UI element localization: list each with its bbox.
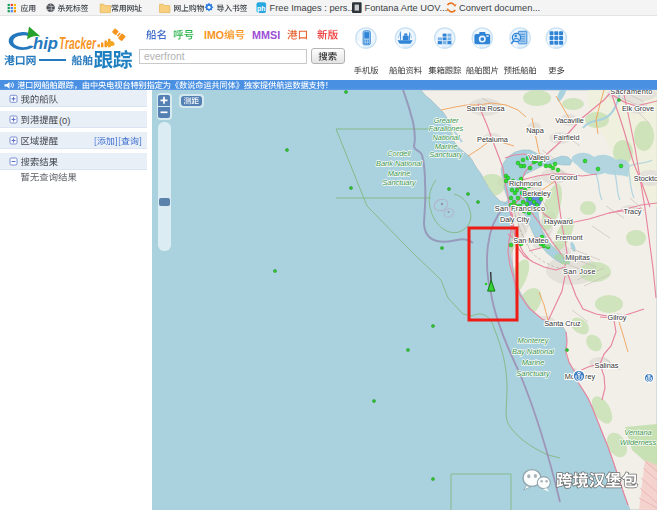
svg-text:Bank National: Bank National xyxy=(376,159,422,168)
svg-text:Santa Cruz: Santa Cruz xyxy=(544,319,581,328)
svg-text:Elk Grove: Elk Grove xyxy=(622,104,654,113)
svg-text:Concord: Concord xyxy=(550,173,578,182)
svg-text:Milpitas: Milpitas xyxy=(565,253,590,262)
svg-text:National: National xyxy=(432,133,459,142)
svg-text:Fremont: Fremont xyxy=(555,233,582,242)
svg-text:Stockton: Stockton xyxy=(634,174,657,183)
svg-text:Tracy: Tracy xyxy=(624,207,642,216)
svg-text:Monterey: Monterey xyxy=(518,336,550,345)
svg-text:Fairfield: Fairfield xyxy=(554,133,580,142)
svg-text:Cordell: Cordell xyxy=(387,149,411,158)
svg-text:Santa Rosa: Santa Rosa xyxy=(466,104,505,113)
svg-text:Berkeley: Berkeley xyxy=(522,189,551,198)
svg-text:San Francisco: San Francisco xyxy=(495,204,546,213)
svg-text:Sanctuary: Sanctuary xyxy=(382,178,417,187)
svg-text:Marine: Marine xyxy=(388,169,411,178)
svg-text:Gilroy: Gilroy xyxy=(607,313,626,322)
svg-text:Bay National: Bay National xyxy=(512,347,554,356)
svg-text:Hayward: Hayward xyxy=(544,217,573,226)
svg-text:San Mateo: San Mateo xyxy=(513,236,548,245)
svg-text:Sanctuary: Sanctuary xyxy=(429,150,464,159)
svg-text:Richmond: Richmond xyxy=(509,179,542,188)
svg-text:Petaluma: Petaluma xyxy=(477,135,509,144)
svg-text:Sacramento: Sacramento xyxy=(610,90,652,96)
svg-text:Napa: Napa xyxy=(526,126,544,135)
svg-text:San Jose: San Jose xyxy=(563,267,596,276)
svg-text:Vacaville: Vacaville xyxy=(555,116,584,125)
svg-text:Greater: Greater xyxy=(433,116,459,125)
svg-text:Daly City: Daly City xyxy=(500,215,530,224)
svg-text:Salinas: Salinas xyxy=(595,361,619,370)
svg-text:Vallejo: Vallejo xyxy=(528,153,549,162)
svg-text:Sanctuary: Sanctuary xyxy=(516,369,551,378)
svg-text:Marine: Marine xyxy=(522,358,545,367)
svg-text:Farallones: Farallones xyxy=(429,124,464,133)
svg-text:Ventana: Ventana xyxy=(624,428,651,437)
svg-text:Wilderness: Wilderness xyxy=(620,438,657,447)
svg-text:Marine: Marine xyxy=(435,142,458,151)
